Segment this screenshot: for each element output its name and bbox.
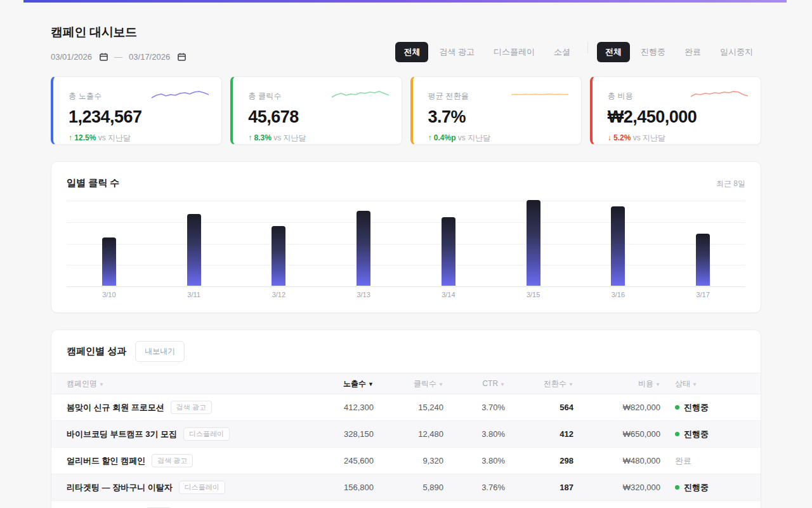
- kpi-delta: ↓ 5.2% vs 지난달: [608, 133, 745, 144]
- tab-type-검색 광고[interactable]: 검색 광고: [431, 42, 483, 62]
- conversions-cell: 412: [505, 429, 573, 439]
- kpi-delta-value: ↑ 12.5%: [69, 133, 98, 142]
- kpi-value: ₩2,450,000: [608, 107, 745, 127]
- table-body: 봄맞이 신규 회원 프로모션검색 광고412,30015,2403.70%564…: [51, 394, 761, 508]
- clicks-cell: 9,320: [374, 456, 443, 465]
- clicks-cell: 12,480: [374, 429, 443, 439]
- bar-3/10: [102, 237, 116, 286]
- kpi-card-row: 총 노출수1,234,567↑ 12.5% vs 지난달총 클릭수45,678↑…: [51, 76, 761, 145]
- bar-3/16: [611, 206, 625, 286]
- bar-3/11: [187, 214, 201, 286]
- x-axis-label: 3/15: [491, 291, 576, 298]
- x-axis-label: 3/16: [576, 291, 661, 298]
- kpi-delta: ↑ 8.3% vs 지난달: [248, 133, 386, 144]
- kpi-delta: ↑ 12.5% vs 지난달: [69, 133, 206, 144]
- tab-type-디스플레이[interactable]: 디스플레이: [485, 42, 543, 62]
- table-header: 캠페인별 성과 내보내기: [51, 330, 761, 373]
- status-cell: 완료: [660, 455, 745, 467]
- table-row[interactable]: 봄맞이 신규 회원 프로모션검색 광고412,30015,2403.70%564…: [51, 394, 761, 421]
- status-label: 진행중: [684, 429, 709, 440]
- kpi-card: 평균 전환율3.7%↑ 0.4%p vs 지난달: [410, 76, 582, 145]
- kpi-sparkline-icon: [691, 87, 748, 106]
- export-button[interactable]: 내보내기: [135, 341, 185, 362]
- status-label: 진행중: [684, 402, 709, 413]
- conversions-cell: 298: [505, 456, 573, 465]
- kpi-delta-value: ↑ 0.4%p: [428, 133, 458, 142]
- kpi-sparkline-icon: [332, 87, 389, 106]
- status-label: 완료: [675, 455, 691, 467]
- campaign-type-badge: 디스플레이: [179, 481, 225, 494]
- chart-gridline: [67, 265, 745, 265]
- sort-arrow-icon: ▼: [568, 382, 573, 387]
- impressions-cell: 245,600: [304, 456, 374, 465]
- tab-status-완료[interactable]: 완료: [676, 42, 709, 62]
- date-range-separator: —: [114, 52, 122, 62]
- ctr-cell: 3.80%: [443, 429, 505, 439]
- kpi-sparkline-icon: [511, 87, 568, 106]
- kpi-delta-value: ↑ 8.3%: [248, 133, 273, 142]
- campaign-name: 바이브코딩 부트캠프 3기 모집: [67, 429, 177, 440]
- column-header-노출수[interactable]: 노출수▼: [304, 378, 374, 389]
- ctr-cell: 3.70%: [443, 403, 505, 412]
- tab-status-진행중[interactable]: 진행중: [632, 42, 674, 62]
- kpi-delta-suffix: vs 지난달: [273, 133, 306, 142]
- table-row[interactable]: 얼리버드 할인 캠페인검색 광고245,6009,3203.80%298₩480…: [51, 448, 761, 474]
- table-column-header-row: 캠페인명▼노출수▼클릭수▼CTR▼전환수▼비용▼상태▼: [51, 373, 761, 394]
- ctr-cell: 3.80%: [443, 456, 505, 465]
- column-label: 캠페인명: [67, 379, 97, 388]
- status-cell: 진행중: [660, 429, 745, 440]
- column-header-상태[interactable]: 상태▼: [660, 378, 745, 389]
- page-title: 캠페인 대시보드: [51, 24, 186, 41]
- column-header-비용[interactable]: 비용▼: [573, 378, 660, 389]
- chart-range-label: 최근 8일: [716, 178, 745, 189]
- status-dot-icon: [675, 485, 679, 490]
- table-row[interactable]: 리타겟팅 — 장바구니 이탈자디스플레이156,8005,8903.76%187…: [51, 474, 761, 501]
- sort-arrow-icon: ▼: [368, 381, 374, 387]
- title-block: 캠페인 대시보드 03/01/2026 — 03/17/2026: [51, 24, 186, 62]
- filter-divider: [587, 42, 588, 53]
- chart-gridline: [67, 286, 745, 287]
- daily-clicks-chart-card: 일별 클릭 수 최근 8일 3/103/113/123/133/143/153/…: [51, 161, 761, 313]
- column-header-전환수[interactable]: 전환수▼: [505, 378, 573, 389]
- column-header-CTR[interactable]: CTR▼: [443, 379, 505, 388]
- tab-type-전체[interactable]: 전체: [395, 42, 428, 62]
- calendar-icon[interactable]: [100, 53, 108, 61]
- ctr-cell: 3.76%: [443, 483, 505, 492]
- campaign-type-badge: 디스플레이: [183, 427, 230, 441]
- page: 캠페인 대시보드 03/01/2026 — 03/17/2026 전체검: [0, 0, 812, 508]
- kpi-card: 총 노출수1,234,567↑ 12.5% vs 지난달: [51, 76, 222, 145]
- campaign-type-tabs: 전체검색 광고디스플레이소셜: [395, 42, 579, 62]
- kpi-value: 3.7%: [428, 107, 566, 127]
- clicks-cell: 15,240: [374, 403, 443, 412]
- sort-arrow-icon: ▼: [500, 382, 505, 387]
- column-header-클릭수[interactable]: 클릭수▼: [374, 378, 443, 389]
- clicks-cell: 5,890: [374, 483, 443, 492]
- tab-type-소셜[interactable]: 소셜: [546, 42, 579, 62]
- table-title: 캠페인별 성과: [67, 345, 126, 358]
- impressions-cell: 412,300: [304, 403, 374, 412]
- column-header-캠페인명[interactable]: 캠페인명▼: [67, 378, 304, 389]
- campaign-name: 얼리버드 할인 캠페인: [67, 455, 145, 467]
- chart-gridline: [67, 244, 745, 244]
- tab-status-전체[interactable]: 전체: [597, 42, 630, 62]
- bar-3/17: [696, 234, 710, 286]
- campaign-name: 리타겟팅 — 장바구니 이탈자: [67, 482, 173, 493]
- kpi-delta-suffix: vs 지난달: [98, 133, 131, 142]
- x-axis-label: 3/17: [660, 291, 745, 298]
- campaign-table-card: 캠페인별 성과 내보내기 캠페인명▼노출수▼클릭수▼CTR▼전환수▼비용▼상태▼…: [51, 330, 761, 508]
- chart-header: 일별 클릭 수 최근 8일: [67, 177, 745, 189]
- date-from-input[interactable]: 03/01/2026: [51, 52, 108, 62]
- table-row[interactable]: 바이브코딩 부트캠프 3기 모집디스플레이328,15012,4803.80%4…: [51, 421, 761, 448]
- date-from-value: 03/01/2026: [51, 52, 92, 62]
- page-header: 캠페인 대시보드 03/01/2026 — 03/17/2026 전체검: [51, 0, 761, 62]
- calendar-icon[interactable]: [178, 53, 186, 61]
- chart-title: 일별 클릭 수: [67, 177, 119, 189]
- table-row[interactable]: 후기 기반 소셜 광고소셜78,2002,4103.08%76₩150,000일…: [51, 501, 761, 508]
- date-to-input[interactable]: 03/17/2026: [129, 52, 186, 62]
- sort-arrow-icon: ▼: [655, 382, 660, 387]
- sort-arrow-icon: ▼: [692, 382, 697, 387]
- status-dot-icon: [675, 405, 679, 410]
- kpi-card: 총 클릭수45,678↑ 8.3% vs 지난달: [230, 76, 402, 145]
- x-axis-label: 3/12: [237, 291, 322, 298]
- tab-status-일시중지[interactable]: 일시중지: [712, 42, 761, 62]
